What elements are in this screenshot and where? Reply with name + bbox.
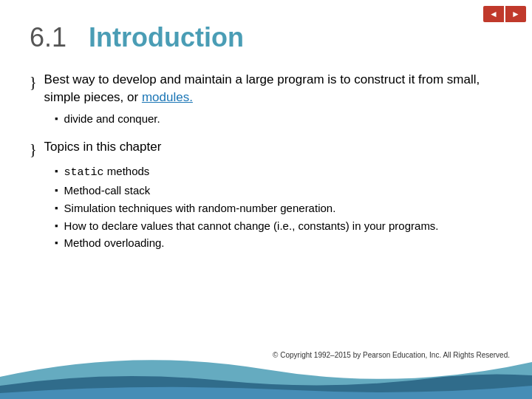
sub-bullets-1: ▪ divide and conquer. xyxy=(55,111,502,127)
sub-text-1-1: divide and conquer. xyxy=(64,111,160,127)
square-icon-1-1: ▪ xyxy=(55,113,58,125)
main-text-1: Best way to develop and maintain a large… xyxy=(44,71,502,106)
sub-bullet-1-1: ▪ divide and conquer. xyxy=(55,111,502,127)
main-bullet-2: } Topics in this chapter xyxy=(30,138,502,159)
sub-text-2-2: Method-call stack xyxy=(64,183,151,199)
nav-buttons: ◄ ► xyxy=(483,6,526,22)
square-icon-2-4: ▪ xyxy=(55,220,58,232)
title-text: Introduction xyxy=(89,22,244,52)
bullet-section-2: } Topics in this chapter ▪ static method… xyxy=(30,138,502,251)
arrow-icon-1: } xyxy=(30,72,37,92)
next-button[interactable]: ► xyxy=(505,6,526,22)
sub-text-2-1: static methods xyxy=(64,163,150,181)
slide-title: 6.1 Introduction xyxy=(30,22,502,53)
sub-bullet-2-5: ▪ Method overloading. xyxy=(55,235,502,251)
sub-bullet-2-1: ▪ static methods xyxy=(55,163,502,181)
section-number: 6.1 xyxy=(30,22,66,52)
bullet-section-1: } Best way to develop and maintain a lar… xyxy=(30,71,502,126)
square-icon-2-5: ▪ xyxy=(55,237,58,249)
slide: ◄ ► 6.1 Introduction } Best way to devel… xyxy=(0,0,532,399)
main-text-2: Topics in this chapter xyxy=(44,138,162,156)
sub-text-2-3: Simulation techniques with random-number… xyxy=(64,200,336,216)
arrow-icon-2: } xyxy=(30,140,37,159)
bottom-decoration xyxy=(0,340,532,399)
sub-text-2-5: Method overloading. xyxy=(64,235,165,251)
sub-bullet-2-2: ▪ Method-call stack xyxy=(55,183,502,199)
highlight-modules: modules. xyxy=(142,90,193,104)
slide-content: 6.1 Introduction } Best way to develop a… xyxy=(0,0,532,337)
sub-text-2-4: How to declare values that cannot change… xyxy=(64,218,439,234)
square-icon-2-1: ▪ xyxy=(55,166,58,177)
sub-bullets-2: ▪ static methods ▪ Method-call stack ▪ S… xyxy=(55,163,502,251)
sub-bullet-2-4: ▪ How to declare values that cannot chan… xyxy=(55,218,502,234)
sub-bullet-2-3: ▪ Simulation techniques with random-numb… xyxy=(55,200,502,216)
main-bullet-1: } Best way to develop and maintain a lar… xyxy=(30,71,502,106)
copyright-text: © Copyright 1992–2015 by Pearson Educati… xyxy=(273,350,510,361)
square-icon-2-2: ▪ xyxy=(55,185,58,197)
square-icon-2-3: ▪ xyxy=(55,202,58,214)
prev-button[interactable]: ◄ xyxy=(483,6,504,22)
